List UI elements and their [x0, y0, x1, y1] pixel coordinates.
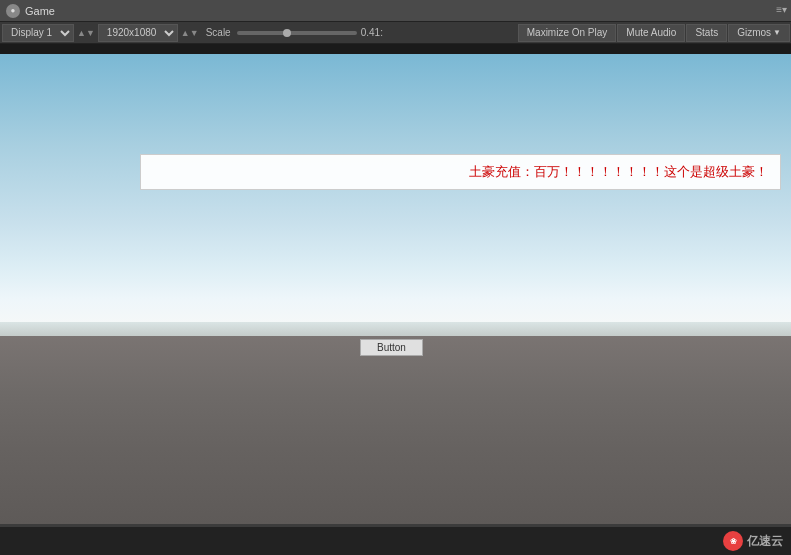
- scale-label: Scale: [206, 27, 231, 38]
- display-arrows: ▲▼: [77, 28, 95, 38]
- ground-background: [0, 336, 791, 524]
- scale-slider[interactable]: [237, 31, 357, 35]
- title-text: Game: [25, 5, 55, 17]
- gizmos-dropdown-icon: ▼: [773, 28, 781, 37]
- scale-value: 0.41:: [361, 27, 383, 38]
- display-select[interactable]: Display 1: [2, 24, 74, 42]
- resolution-select[interactable]: 1920x1080: [98, 24, 178, 42]
- window-menu-icon[interactable]: ≡▾: [776, 4, 787, 15]
- brand-name: 亿速云: [747, 533, 783, 550]
- scene-button[interactable]: Button: [360, 339, 423, 356]
- gizmos-button[interactable]: Gizmos ▼: [728, 24, 790, 42]
- bottom-bar: ❀ 亿速云: [0, 527, 791, 555]
- brand-icon-text: ❀: [730, 537, 737, 546]
- resolution-arrows: ▲▼: [181, 28, 199, 38]
- game-view: 土豪充值：百万！！！！！！！！这个是超级土豪！ Button: [0, 54, 791, 524]
- toolbar-buttons: Maximize On Play Mute Audio Stats Gizmos…: [518, 24, 791, 42]
- title-bar: ● Game ≡▾: [0, 0, 791, 22]
- game-icon: ●: [6, 4, 20, 18]
- brand-logo: ❀ 亿速云: [723, 531, 783, 551]
- banner-text: 土豪充值：百万！！！！！！！！这个是超级土豪！: [469, 163, 768, 181]
- maximize-on-play-button[interactable]: Maximize On Play: [518, 24, 617, 42]
- brand-icon: ❀: [723, 531, 743, 551]
- text-banner: 土豪充值：百万！！！！！！！！这个是超级土豪！: [140, 154, 781, 190]
- dark-strip: [0, 44, 791, 54]
- stats-button[interactable]: Stats: [686, 24, 727, 42]
- toolbar: Display 1 ▲▼ 1920x1080 ▲▼ Scale 0.41: Ma…: [0, 22, 791, 44]
- mute-audio-button[interactable]: Mute Audio: [617, 24, 685, 42]
- sky-background: [0, 54, 791, 360]
